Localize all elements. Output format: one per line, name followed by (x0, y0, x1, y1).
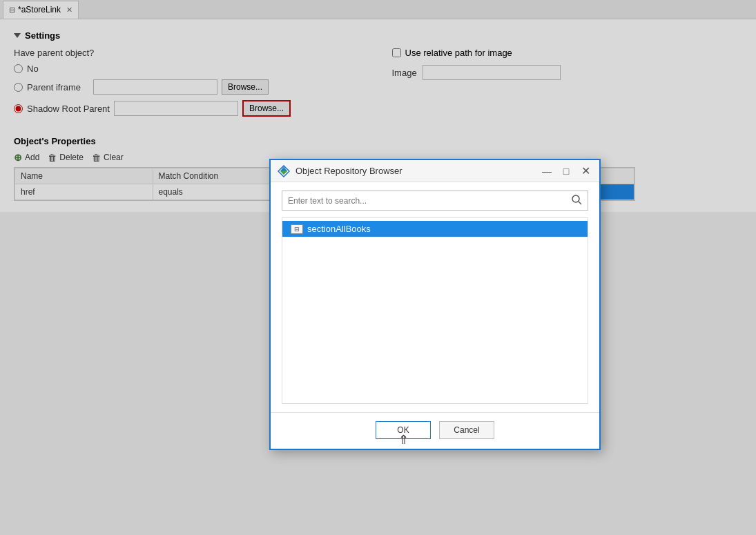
modal-titlebar: Object Repository Browser — □ ✕ (271, 160, 599, 182)
ok-button[interactable]: OK (376, 421, 431, 439)
modal-title-icon (278, 165, 290, 177)
list-item[interactable]: ⊟ sectionAllBooks (282, 221, 588, 237)
modal-minimize-button[interactable]: — (540, 164, 554, 178)
modal-footer: OK ⇑ Cancel (271, 412, 599, 449)
tree-container[interactable]: ⊟ sectionAllBooks (282, 217, 588, 404)
modal-title-text: Object Repository Browser (295, 166, 534, 176)
cancel-button[interactable]: Cancel (439, 421, 494, 439)
svg-point-3 (572, 195, 579, 202)
search-icon-button[interactable] (565, 191, 588, 210)
ok-btn-container: OK ⇑ (376, 421, 431, 439)
modal-close-button[interactable]: ✕ (579, 164, 592, 178)
modal-body: ⊟ sectionAllBooks (271, 182, 599, 412)
search-input[interactable] (282, 193, 565, 209)
tree-item-icon: ⊟ (291, 224, 303, 234)
modal-maximize-button[interactable]: □ (559, 164, 573, 178)
svg-line-4 (579, 202, 581, 204)
search-icon (571, 194, 582, 205)
search-row (282, 191, 588, 211)
tree-item-label: sectionAllBooks (307, 224, 371, 234)
object-repository-browser-dialog: Object Repository Browser — □ ✕ ⊟ sectio… (269, 159, 601, 450)
